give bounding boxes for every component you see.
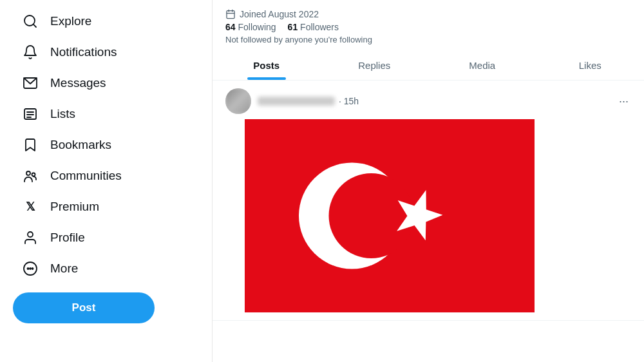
post-user-info: · 15h [258, 96, 610, 106]
calendar-icon [225, 9, 236, 19]
sidebar-item-communities[interactable]: Communities [13, 161, 199, 191]
sidebar-label-messages: Messages [50, 76, 106, 90]
svg-point-11 [28, 268, 29, 269]
sidebar-item-bookmarks[interactable]: Bookmarks [13, 130, 199, 160]
communities-icon [22, 167, 39, 184]
post-time: · 15h [339, 96, 359, 106]
following-count: 64 [225, 22, 236, 32]
x-brand-icon: 𝕏 [22, 198, 39, 215]
list-icon [22, 106, 39, 122]
sidebar-label-notifications: Notifications [50, 45, 117, 59]
explore-icon [22, 13, 39, 30]
bookmark-icon [22, 137, 39, 153]
svg-point-8 [32, 173, 35, 176]
sidebar-label-profile: Profile [50, 231, 85, 245]
sidebar-label-communities: Communities [50, 169, 122, 183]
not-followed-text: Not followed by anyone you're following [225, 35, 631, 44]
post-item: · 15h ··· [213, 81, 644, 321]
sidebar-item-premium[interactable]: 𝕏 Premium [13, 192, 199, 222]
post-button[interactable]: Post [13, 292, 155, 323]
svg-point-20 [329, 173, 414, 258]
svg-point-7 [26, 171, 30, 175]
tab-posts[interactable]: Posts [213, 51, 321, 80]
sidebar-label-explore: Explore [50, 14, 91, 28]
following-label: Following [238, 22, 276, 32]
svg-point-9 [28, 232, 33, 237]
profile-tabs: Posts Replies Media Likes [213, 51, 644, 81]
sidebar-item-more[interactable]: More [13, 254, 199, 283]
avatar [225, 88, 251, 114]
joined-date-text: Joined August 2022 [240, 9, 319, 19]
sidebar-item-notifications[interactable]: Notifications [13, 37, 199, 67]
follow-stats: 64 Following 61 Followers [225, 22, 631, 32]
sidebar-item-explore[interactable]: Explore [13, 6, 199, 36]
person-icon [22, 229, 39, 246]
svg-line-1 [33, 24, 36, 27]
post-header: · 15h ··· [225, 88, 631, 114]
tab-likes[interactable]: Likes [536, 51, 645, 80]
sidebar-item-lists[interactable]: Lists [13, 99, 199, 129]
post-image-turkey-flag [225, 119, 554, 312]
sidebar: Explore Notifications Messages Lists Boo… [0, 0, 213, 362]
svg-rect-14 [227, 11, 234, 19]
tab-replies[interactable]: Replies [321, 51, 429, 80]
sidebar-label-bookmarks: Bookmarks [50, 138, 111, 152]
bell-icon [22, 44, 39, 61]
followers-label: Followers [300, 22, 339, 32]
sidebar-item-profile[interactable]: Profile [13, 223, 199, 252]
sidebar-label-more: More [50, 262, 78, 276]
more-circle-icon [22, 260, 39, 277]
post-username-blurred [258, 97, 335, 106]
sidebar-label-lists: Lists [50, 107, 75, 121]
followers-stat[interactable]: 61 Followers [288, 22, 339, 32]
followers-count: 61 [288, 22, 298, 32]
sidebar-label-premium: Premium [50, 200, 99, 214]
following-stat[interactable]: 64 Following [225, 22, 276, 32]
mail-icon [22, 75, 39, 91]
joined-date: Joined August 2022 [225, 9, 631, 19]
post-more-button[interactable]: ··· [616, 92, 631, 111]
sidebar-item-messages[interactable]: Messages [13, 68, 199, 98]
tab-media[interactable]: Media [428, 51, 536, 80]
turkey-flag-svg [225, 119, 554, 312]
profile-header: Joined August 2022 64 Following 61 Follo… [213, 0, 644, 44]
svg-point-12 [30, 268, 31, 269]
svg-point-13 [32, 268, 33, 269]
main-content: Joined August 2022 64 Following 61 Follo… [213, 0, 644, 362]
